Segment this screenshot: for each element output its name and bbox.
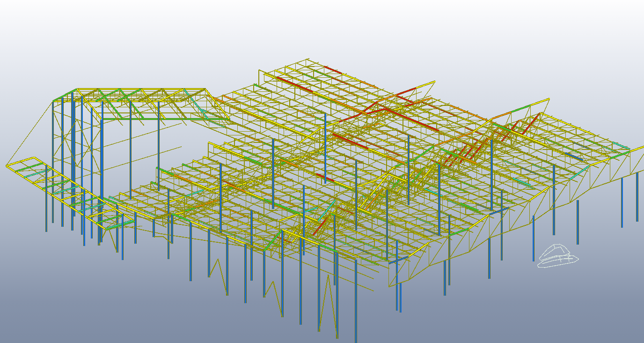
right-flank-wall (388, 144, 644, 313)
front-face (99, 196, 374, 343)
model-viewport[interactable] (0, 0, 644, 343)
structure-3d-scene (0, 0, 644, 343)
roof-terrace-0 (104, 182, 421, 272)
work-plane-icon (537, 244, 579, 268)
